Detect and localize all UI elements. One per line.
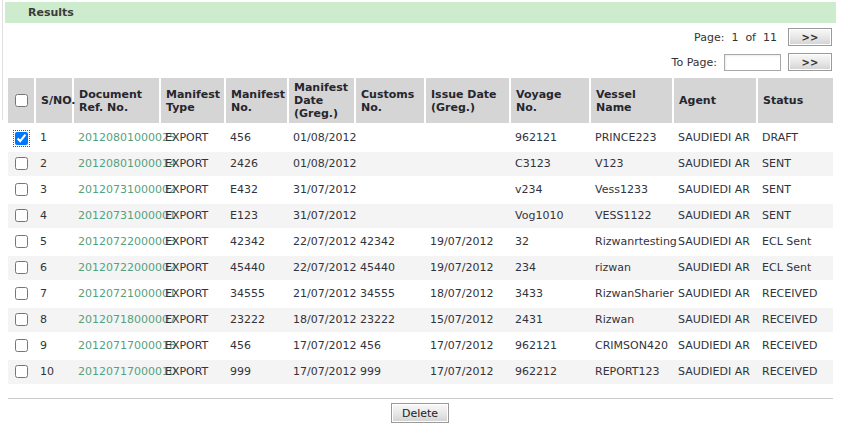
cell-manifest-type: EXPORT <box>160 151 225 177</box>
go-to-page-button[interactable]: >> <box>788 53 832 71</box>
document-ref-link[interactable]: 20120731000002 <box>78 183 176 196</box>
cell-document-ref-no: 20120717000010 <box>73 359 160 385</box>
column-header-manifest-no: Manifest No. <box>225 78 288 125</box>
column-header-voyage-no: Voyage No. <box>510 78 590 125</box>
cell-agent: SAUDIEDI AR <box>673 333 757 359</box>
to-page-input[interactable] <box>724 54 781 71</box>
cell-sno: 5 <box>35 229 73 255</box>
footer-divider <box>8 398 833 399</box>
next-page-button[interactable]: >> <box>788 28 832 46</box>
cell-manifest-type: EXPORT <box>160 125 225 151</box>
of-label: of <box>745 31 756 44</box>
cell-voyage-no: 234 <box>510 255 590 281</box>
column-header-issue-date: Issue Date (Greg.) <box>425 78 510 125</box>
cell-status: SENT <box>757 177 833 203</box>
cell-vessel-name: RizwanSharier <box>590 281 673 307</box>
document-ref-link[interactable]: 20120721000001 <box>78 287 176 300</box>
select-all-checkbox[interactable] <box>15 94 28 107</box>
cell-manifest-type: EXPORT <box>160 359 225 385</box>
row-select-checkbox[interactable] <box>15 261 28 274</box>
cell-manifest-no: 23222 <box>225 307 288 333</box>
row-select-checkbox[interactable] <box>15 183 28 196</box>
cell-vessel-name: Rizwan <box>590 307 673 333</box>
document-ref-link[interactable]: 20120722000003 <box>78 235 176 248</box>
cell-sno: 9 <box>35 333 73 359</box>
cell-agent: SAUDIEDI AR <box>673 177 757 203</box>
cell-issue-date: 18/07/2012 <box>425 281 510 307</box>
cell-issue-date: 19/07/2012 <box>425 255 510 281</box>
cell-sno: 6 <box>35 255 73 281</box>
cell-document-ref-no: 20120731000001 <box>73 203 160 229</box>
cell-customs-no: 34555 <box>355 281 425 307</box>
cell-sno: 10 <box>35 359 73 385</box>
cell-manifest-type: EXPORT <box>160 229 225 255</box>
column-header-manifest-date: Manifest Date (Greg.) <box>288 78 355 125</box>
column-header-vessel-name: Vessel Name <box>590 78 673 125</box>
cell-issue-date <box>425 177 510 203</box>
cell-manifest-type: EXPORT <box>160 255 225 281</box>
cell-vessel-name: VESS1122 <box>590 203 673 229</box>
table-row: 2 20120801000014 EXPORT 2426 01/08/2012 … <box>8 151 833 177</box>
row-select-checkbox[interactable] <box>15 209 28 222</box>
cell-manifest-type: EXPORT <box>160 281 225 307</box>
cell-manifest-date: 17/07/2012 <box>288 359 355 385</box>
cell-manifest-no: 45440 <box>225 255 288 281</box>
cell-status: SENT <box>757 151 833 177</box>
cell-status: DRAFT <box>757 125 833 151</box>
cell-customs-no <box>355 125 425 151</box>
cell-status: SENT <box>757 203 833 229</box>
cell-agent: SAUDIEDI AR <box>673 151 757 177</box>
cell-status: ECL Sent <box>757 255 833 281</box>
cell-customs-no <box>355 203 425 229</box>
cell-status: RECEIVED <box>757 359 833 385</box>
cell-voyage-no: C3123 <box>510 151 590 177</box>
cell-vessel-name: REPORT123 <box>590 359 673 385</box>
results-header-bar: Results <box>5 2 836 23</box>
row-select-checkbox[interactable] <box>15 157 28 170</box>
cell-customs-no <box>355 151 425 177</box>
document-ref-link[interactable]: 20120717000016 <box>78 339 176 352</box>
cell-manifest-type: EXPORT <box>160 177 225 203</box>
cell-customs-no: 23222 <box>355 307 425 333</box>
row-select-checkbox[interactable] <box>15 313 28 326</box>
document-ref-link[interactable]: 20120801000014 <box>78 157 176 170</box>
document-ref-link[interactable]: 20120801000025 <box>78 131 176 144</box>
table-row: 10 20120717000010 EXPORT 999 17/07/2012 … <box>8 359 833 385</box>
table-row: 1 20120801000025 EXPORT 456 01/08/2012 9… <box>8 125 833 151</box>
cell-manifest-no: E123 <box>225 203 288 229</box>
cell-issue-date: 19/07/2012 <box>425 229 510 255</box>
cell-manifest-type: EXPORT <box>160 203 225 229</box>
document-ref-link[interactable]: 20120722000002 <box>78 261 176 274</box>
row-select-checkbox[interactable] <box>15 365 28 378</box>
cell-vessel-name: PRINCE223 <box>590 125 673 151</box>
cell-sno: 3 <box>35 177 73 203</box>
current-page-value: 1 <box>731 31 738 44</box>
cell-issue-date <box>425 125 510 151</box>
cell-document-ref-no: 20120717000016 <box>73 333 160 359</box>
cell-vessel-name: rizwan <box>590 255 673 281</box>
document-ref-link[interactable]: 20120718000007 <box>78 313 176 326</box>
column-header-status: Status <box>757 78 833 125</box>
row-select-checkbox[interactable] <box>15 235 28 248</box>
table-row: 6 20120722000002 EXPORT 45440 22/07/2012… <box>8 255 833 281</box>
document-ref-link[interactable]: 20120717000010 <box>78 365 176 378</box>
row-select-checkbox[interactable] <box>15 132 28 145</box>
row-select-checkbox[interactable] <box>15 339 28 352</box>
cell-status: RECEIVED <box>757 281 833 307</box>
cell-voyage-no: 962212 <box>510 359 590 385</box>
cell-document-ref-no: 20120801000014 <box>73 151 160 177</box>
row-checkbox-cell <box>8 229 35 255</box>
cell-customs-no: 45440 <box>355 255 425 281</box>
cell-customs-no <box>355 177 425 203</box>
pagination-row: Page: 1 of 11 >> <box>694 28 832 46</box>
cell-vessel-name: Rizwanrtesting <box>590 229 673 255</box>
delete-button[interactable]: Delete <box>391 403 449 423</box>
cell-vessel-name: Vess1233 <box>590 177 673 203</box>
cell-sno: 2 <box>35 151 73 177</box>
cell-sno: 4 <box>35 203 73 229</box>
row-select-checkbox[interactable] <box>15 287 28 300</box>
row-checkbox-cell <box>8 281 35 307</box>
document-ref-link[interactable]: 20120731000001 <box>78 209 176 222</box>
cell-vessel-name: V123 <box>590 151 673 177</box>
page-title: Results <box>5 6 74 19</box>
